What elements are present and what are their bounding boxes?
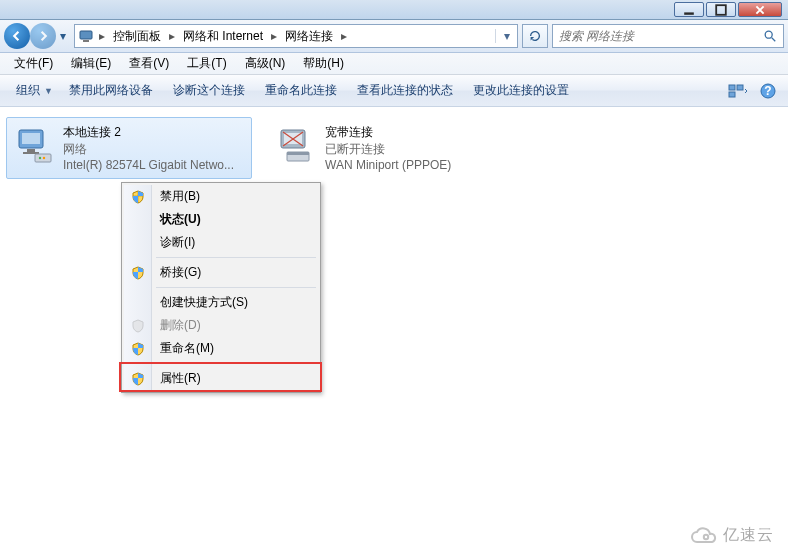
close-button[interactable] [738,2,782,17]
ctx-properties[interactable]: 属性(R) [124,367,318,390]
ctx-delete: 删除(D) [124,314,318,337]
chevron-right-icon[interactable]: ▸ [97,29,107,43]
svg-rect-1 [716,5,726,15]
breadcrumb-item[interactable]: 控制面板 [107,25,167,47]
shield-icon [129,264,147,282]
context-separator [156,363,316,364]
chevron-right-icon[interactable]: ▸ [167,29,177,43]
organize-label: 组织 [16,82,40,99]
chevron-right-icon[interactable]: ▸ [339,29,349,43]
back-button[interactable] [4,23,30,49]
organize-button[interactable]: 组织 ▼ [6,78,59,103]
breadcrumb-item[interactable]: 网络连接 [279,25,339,47]
context-separator [156,257,316,258]
maximize-button[interactable] [706,2,736,17]
address-dropdown-button[interactable]: ▾ [495,29,517,43]
refresh-button[interactable] [522,24,548,48]
svg-rect-3 [83,40,89,42]
svg-rect-2 [80,31,92,39]
cmd-rename[interactable]: 重命名此连接 [255,78,347,103]
cmd-diagnose[interactable]: 诊断这个连接 [163,78,255,103]
menu-file[interactable]: 文件(F) [6,53,61,74]
navigation-bar: ▾ ▸ 控制面板 ▸ 网络和 Internet ▸ 网络连接 ▸ ▾ [0,20,788,53]
cloud-icon [689,524,717,546]
svg-rect-6 [737,85,743,90]
ctx-shortcut[interactable]: 创建快捷方式(S) [124,291,318,314]
svg-point-21 [704,535,708,539]
shield-icon [129,317,147,335]
minimize-button[interactable] [674,2,704,17]
menu-edit[interactable]: 编辑(E) [63,53,119,74]
menu-tools[interactable]: 工具(T) [179,53,234,74]
view-options-button[interactable] [724,79,752,103]
menu-view[interactable]: 查看(V) [121,53,177,74]
ethernet-icon [13,124,55,166]
context-separator [156,287,316,288]
search-icon[interactable] [757,29,783,43]
address-bar[interactable]: ▸ 控制面板 ▸ 网络和 Internet ▸ 网络连接 ▸ ▾ [74,24,518,48]
ctx-disable[interactable]: 禁用(B) [124,185,318,208]
watermark: 亿速云 [689,524,774,546]
ctx-label: 诊断(I) [124,234,195,251]
menu-help[interactable]: 帮助(H) [295,53,352,74]
cmd-status[interactable]: 查看此连接的状态 [347,78,463,103]
search-box[interactable] [552,24,784,48]
svg-point-4 [765,31,772,38]
connection-status: 已断开连接 [325,141,507,158]
breadcrumb-item[interactable]: 网络和 Internet [177,25,269,47]
watermark-text: 亿速云 [723,525,774,546]
cmd-disable[interactable]: 禁用此网络设备 [59,78,163,103]
connection-local[interactable]: 本地连接 2 网络 Intel(R) 82574L Gigabit Netwo.… [6,117,252,179]
svg-rect-20 [287,152,309,155]
computer-icon [75,28,97,44]
menu-advanced[interactable]: 高级(N) [237,53,294,74]
search-input[interactable] [553,29,757,43]
connection-broadband[interactable]: 宽带连接 已断开连接 WAN Miniport (PPPOE) [268,117,514,179]
window-titlebar [0,0,788,20]
connection-name: 本地连接 2 [63,124,245,141]
ctx-bridge[interactable]: 桥接(G) [124,261,318,284]
help-button[interactable]: ? [754,79,782,103]
ctx-rename[interactable]: 重命名(M) [124,337,318,360]
connection-device: WAN Miniport (PPPOE) [325,158,507,172]
svg-rect-12 [27,149,35,152]
context-menu: 禁用(B) 状态(U) 诊断(I) 桥接(G) 创建快捷方式(S) 删除(D) … [121,182,321,393]
content-area: 本地连接 2 网络 Intel(R) 82574L Gigabit Netwo.… [0,107,788,189]
connection-device: Intel(R) 82574L Gigabit Netwo... [63,158,245,172]
nav-history-dropdown[interactable]: ▾ [56,25,70,47]
ctx-status[interactable]: 状态(U) [124,208,318,231]
connection-name: 宽带连接 [325,124,507,141]
shield-icon [129,370,147,388]
svg-rect-5 [729,85,735,90]
svg-rect-0 [684,12,694,14]
ctx-label: 创建快捷方式(S) [124,294,248,311]
svg-text:?: ? [764,84,771,98]
svg-point-16 [43,157,45,159]
forward-button[interactable] [30,23,56,49]
cmd-settings[interactable]: 更改此连接的设置 [463,78,579,103]
chevron-down-icon: ▼ [44,86,53,96]
chevron-right-icon[interactable]: ▸ [269,29,279,43]
connection-status: 网络 [63,141,245,158]
modem-icon [275,124,317,166]
ctx-label: 状态(U) [124,211,201,228]
command-bar: 组织 ▼ 禁用此网络设备 诊断这个连接 重命名此连接 查看此连接的状态 更改此连… [0,75,788,107]
svg-rect-7 [729,92,735,97]
svg-rect-11 [22,133,40,144]
svg-point-15 [39,157,41,159]
menu-bar: 文件(F) 编辑(E) 查看(V) 工具(T) 高级(N) 帮助(H) [0,53,788,75]
shield-icon [129,188,147,206]
shield-icon [129,340,147,358]
ctx-diagnose[interactable]: 诊断(I) [124,231,318,254]
